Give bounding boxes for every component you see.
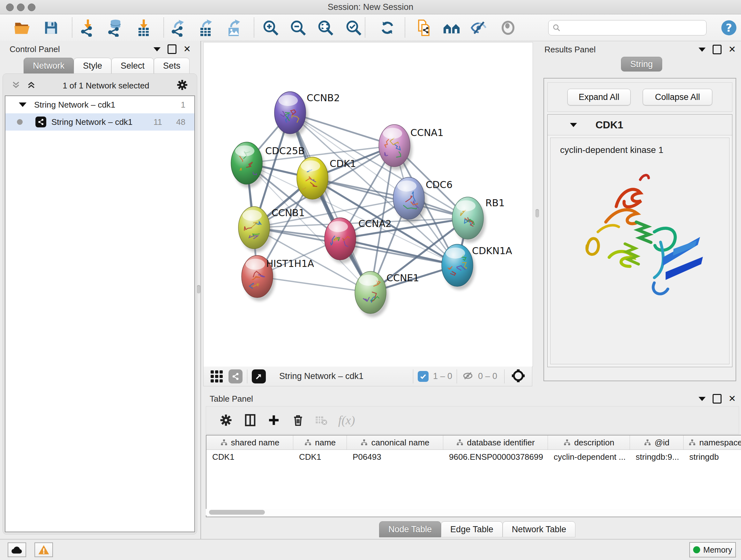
hidden-eye-icon[interactable]	[461, 370, 474, 382]
warning-icon	[38, 544, 50, 555]
tab-network-table[interactable]: Network Table	[502, 521, 576, 537]
results-panel-close-icon[interactable]: ✕	[729, 45, 736, 54]
window-title: Session: New Session	[0, 2, 741, 12]
left-splitter-handle[interactable]	[197, 285, 200, 294]
show-all-icon[interactable]	[498, 18, 518, 37]
window-titlebar: Session: New Session	[0, 0, 741, 14]
table-options-gear-icon[interactable]	[216, 411, 235, 430]
table-row[interactable]: CDK1CDK1P064939606.ENSP00000378699cyclin…	[206, 450, 741, 464]
results-panel-float-icon[interactable]	[713, 45, 722, 54]
tab-sets[interactable]: Sets	[154, 58, 190, 74]
column-header-namespace[interactable]: namespace	[684, 435, 741, 449]
selected-checkbox-icon[interactable]	[418, 371, 428, 382]
search-icon	[552, 23, 561, 32]
control-panel-close-icon[interactable]: ✕	[184, 45, 191, 54]
detach-view-icon[interactable]	[252, 369, 266, 383]
network-node[interactable]	[393, 177, 427, 223]
table-panel: Table Panel ✕ f(x) shared namenamecanoni…	[203, 387, 741, 539]
import-table-icon[interactable]	[134, 18, 153, 37]
collection-expand-icon[interactable]	[19, 103, 26, 107]
expand-all-button[interactable]: Expand All	[567, 89, 630, 105]
network-node[interactable]	[325, 218, 358, 263]
zoom-fit-icon[interactable]	[316, 18, 335, 37]
table-panel-close-icon[interactable]: ✕	[729, 394, 736, 403]
collapse-all-networks-icon[interactable]	[11, 80, 21, 91]
clone-network-icon[interactable]	[415, 18, 434, 37]
network-node[interactable]	[355, 271, 388, 317]
network-collection-row[interactable]: String Network – cdk1 1	[5, 96, 194, 113]
network-node[interactable]	[274, 91, 308, 137]
string-network-badge-icon	[36, 117, 46, 127]
network-node[interactable]	[452, 197, 486, 243]
protein-collapse-icon[interactable]	[570, 123, 577, 127]
export-table-icon[interactable]	[196, 18, 215, 37]
table-hscrollbar[interactable]	[206, 509, 741, 515]
column-header--id[interactable]: @id	[630, 435, 684, 449]
node-table[interactable]: shared namenamecanonical namedatabase id…	[206, 435, 741, 517]
table-cell: stringdb	[684, 450, 741, 464]
zoom-selected-icon[interactable]	[344, 18, 363, 37]
save-session-icon[interactable]	[42, 18, 61, 37]
node-count: 11	[153, 117, 162, 127]
network-options-gear-icon[interactable]	[176, 78, 189, 92]
control-panel-float-icon[interactable]	[167, 44, 177, 54]
network-row[interactable]: String Network – cdk1 11 48	[5, 113, 194, 131]
network-view-toolbar: String Network – cdk1 1 – 0 0 – 0	[203, 367, 532, 386]
column-header-shared-name[interactable]: shared name	[206, 435, 293, 449]
string-view-badge-icon[interactable]	[228, 369, 243, 383]
table-panel-menu-icon[interactable]	[698, 397, 705, 401]
table-cell: CDK1	[293, 450, 347, 464]
table-panel-float-icon[interactable]	[713, 394, 722, 403]
expand-all-networks-icon[interactable]	[26, 80, 36, 91]
first-neighbors-icon[interactable]	[442, 18, 461, 37]
warnings-button[interactable]	[35, 543, 53, 557]
network-current-dot-icon	[17, 119, 23, 125]
memory-button[interactable]: Memory	[689, 542, 736, 557]
toolbar-separator	[365, 17, 365, 37]
tab-style[interactable]: Style	[74, 58, 111, 74]
birds-eye-view-icon[interactable]	[511, 368, 526, 384]
hide-selected-icon[interactable]	[469, 18, 488, 37]
cloud-button[interactable]	[8, 543, 26, 557]
right-splitter-handle[interactable]	[536, 209, 539, 217]
create-column-icon[interactable]	[264, 411, 283, 430]
delete-column-icon[interactable]	[288, 411, 308, 430]
grid-view-icon[interactable]	[211, 370, 223, 382]
collapse-all-button[interactable]: Collapse All	[643, 89, 712, 105]
hidden-node-edge-counts: 0 – 0	[478, 371, 497, 381]
show-columns-icon[interactable]	[241, 411, 260, 430]
table-header-row: shared namenamecanonical namedatabase id…	[206, 435, 741, 450]
tab-select[interactable]: Select	[111, 58, 154, 74]
results-panel-menu-icon[interactable]	[698, 48, 705, 52]
open-session-icon[interactable]	[13, 18, 32, 37]
zoom-out-icon[interactable]	[288, 18, 308, 37]
tab-node-table[interactable]: Node Table	[379, 521, 441, 537]
delete-table-icon[interactable]	[312, 411, 331, 430]
import-network-database-icon[interactable]	[105, 18, 125, 37]
network-node[interactable]	[442, 244, 475, 290]
column-header-canonical-name[interactable]: canonical name	[347, 435, 443, 449]
protein-section-header[interactable]: CDK1	[548, 115, 732, 135]
control-panel-menu-icon[interactable]	[153, 47, 160, 51]
search-input[interactable]	[548, 20, 706, 36]
column-header-description[interactable]: description	[548, 435, 630, 449]
column-header-database-identifier[interactable]: database identifier	[443, 435, 548, 449]
network-canvas[interactable]: CCNB2CCNA1CDC25BCDK1CDC6RB1CCNB1CCNA2CDK…	[203, 42, 533, 367]
table-cell: P06493	[347, 450, 443, 464]
export-image-icon[interactable]	[224, 18, 243, 37]
export-network-icon[interactable]	[169, 18, 188, 37]
node-label: CDKN1A	[472, 245, 512, 256]
import-network-file-icon[interactable]	[78, 18, 97, 37]
tab-edge-table[interactable]: Edge Table	[441, 521, 502, 537]
protein-description: cyclin-dependent kinase 1	[560, 145, 729, 155]
tab-network[interactable]: Network	[23, 58, 74, 74]
column-header-name[interactable]: name	[293, 435, 347, 449]
refresh-icon[interactable]	[378, 18, 397, 37]
network-node[interactable]	[239, 206, 272, 252]
node-label: CCNA2	[358, 218, 392, 229]
help-icon[interactable]: ?	[719, 18, 738, 37]
control-panel-title: Control Panel	[10, 44, 60, 54]
tab-string[interactable]: String	[621, 57, 662, 71]
zoom-in-icon[interactable]	[261, 18, 280, 37]
function-builder-icon[interactable]: f(x)	[337, 411, 356, 430]
